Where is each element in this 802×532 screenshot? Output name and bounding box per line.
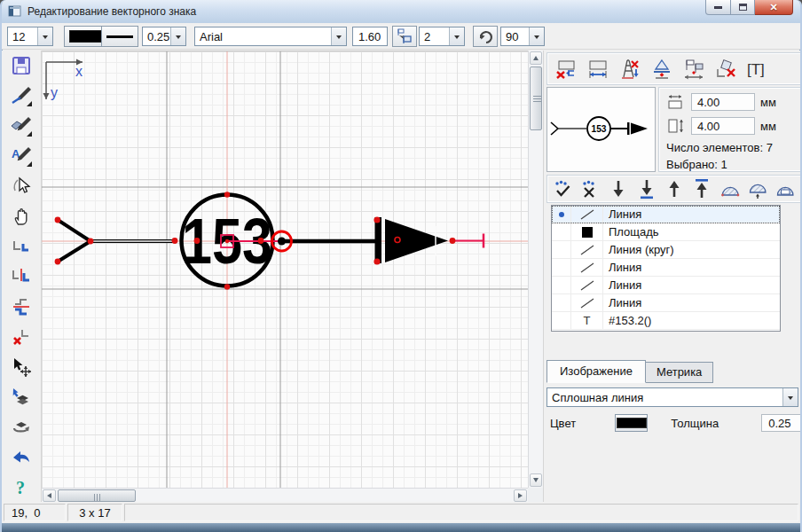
horizontal-scrollbar[interactable] <box>42 488 528 503</box>
rotate-object-button[interactable] <box>9 416 34 439</box>
dome-inset-button[interactable] <box>774 176 798 201</box>
deselect-all-icon <box>580 178 602 200</box>
svg-text:[T]: [T] <box>747 61 765 78</box>
save-button[interactable] <box>9 54 34 77</box>
list-item[interactable]: Линия <box>552 277 780 294</box>
list-item[interactable]: Линия <box>552 294 780 312</box>
text-height-field[interactable]: 1.60 <box>352 27 388 46</box>
draw-text-button[interactable]: A <box>9 145 34 168</box>
vertical-scroll-thumb[interactable] <box>530 66 542 130</box>
select-cursor-icon <box>11 176 32 197</box>
panel-tabs: Изображение Метрика <box>546 360 713 383</box>
insert-object-button[interactable] <box>9 386 34 409</box>
thumb-grip <box>97 494 98 501</box>
delete-width-button[interactable] <box>553 57 579 82</box>
arrow-bottom-icon <box>636 178 657 200</box>
scroll-right-button[interactable] <box>514 489 527 502</box>
line-style-value: Сплошная линия <box>547 391 782 404</box>
area-icon <box>582 227 593 238</box>
scroll-up-button[interactable] <box>530 51 542 65</box>
flags-icon <box>682 58 705 81</box>
sign-tools-group: [T] <box>546 52 802 85</box>
vertical-scrollbar[interactable] <box>528 51 543 488</box>
minimize-button[interactable] <box>705 0 731 15</box>
set-width-button[interactable] <box>585 57 611 82</box>
maximize-button[interactable] <box>731 0 755 15</box>
list-item[interactable]: Линия (круг) <box>552 241 780 259</box>
node-count-combo[interactable]: 2 <box>419 27 465 46</box>
list-item[interactable]: Площадь <box>552 223 780 241</box>
list-item-label: Линия <box>603 294 780 311</box>
chevron-down-icon <box>788 396 793 403</box>
node-count-drop[interactable] <box>449 27 464 45</box>
help-button[interactable]: ? <box>9 476 34 499</box>
chevron-down-icon <box>176 35 181 42</box>
text-height-value: 1.60 <box>358 30 381 43</box>
move-flags-button[interactable] <box>680 57 707 82</box>
list-item[interactable]: T #153.2() <box>552 312 780 330</box>
tab-image[interactable]: Изображение <box>546 360 646 383</box>
select-all-button[interactable] <box>551 176 575 201</box>
font-family-combo[interactable]: Arial <box>194 27 347 46</box>
scale-tool-button[interactable] <box>392 26 417 47</box>
angle-combo[interactable]: 90 <box>500 27 545 46</box>
mirror-button[interactable] <box>9 295 34 318</box>
drawing-canvas[interactable]: x y 153 <box>42 51 528 488</box>
select-all-icon <box>553 178 574 200</box>
delete-tower-button[interactable] <box>617 57 643 82</box>
selected-count-label: Выбрано: 1 <box>666 158 796 171</box>
draw-line-button[interactable] <box>9 84 34 107</box>
line-width-combo[interactable]: 0.25 <box>142 27 186 46</box>
line-style-combo[interactable]: Сплошная линия <box>546 387 798 407</box>
thickness-value: 0.25 <box>768 417 790 430</box>
color-label: Цвет <box>550 417 576 430</box>
horizontal-scroll-thumb[interactable] <box>58 489 136 502</box>
scroll-down-button[interactable] <box>530 473 542 487</box>
height-field[interactable]: 4.00 <box>691 117 755 135</box>
select-element-button[interactable] <box>9 175 34 198</box>
axis-x-label: x <box>75 64 83 79</box>
list-item[interactable]: Линия <box>552 206 780 223</box>
element-list[interactable]: Линия Площадь Линия (круг) Линия Линия <box>551 205 781 332</box>
tab-metric[interactable]: Метрика <box>646 362 713 383</box>
corner-node-button[interactable] <box>9 235 34 258</box>
text-mode-button[interactable]: [T] <box>744 57 774 82</box>
pan-button[interactable] <box>9 205 34 228</box>
window-controls: ✕ <box>705 0 793 15</box>
move-bottom-button[interactable] <box>634 176 658 201</box>
rotate-object-icon <box>11 417 32 438</box>
line-color-button[interactable] <box>615 414 648 432</box>
font-size-drop[interactable] <box>37 27 52 45</box>
line-style-button[interactable] <box>101 26 138 47</box>
list-item[interactable]: Линия <box>552 259 780 277</box>
move-down-button[interactable] <box>607 176 631 201</box>
line-width-value: 0.25 <box>143 30 170 43</box>
thickness-field[interactable]: 0.25 <box>761 414 802 432</box>
dome-fill-button[interactable] <box>718 176 742 201</box>
angle-drop[interactable] <box>529 27 544 45</box>
close-button[interactable]: ✕ <box>755 0 793 15</box>
move-node-button[interactable] <box>9 356 34 379</box>
rotate-tool-button[interactable] <box>473 26 498 47</box>
undo-button[interactable] <box>9 446 34 469</box>
width-field[interactable]: 4.00 <box>691 93 755 111</box>
move-up-button[interactable] <box>662 176 686 201</box>
split-node-button[interactable] <box>9 265 34 288</box>
line-style-drop[interactable] <box>782 388 798 406</box>
draw-area-button[interactable] <box>9 114 34 137</box>
line-width-drop[interactable] <box>170 27 185 45</box>
arrow-left-icon <box>44 493 51 498</box>
anchor-point-button[interactable] <box>649 57 675 82</box>
delete-node-button[interactable] <box>9 325 34 348</box>
deselect-all-button[interactable] <box>578 176 602 201</box>
close-icon: ✕ <box>769 2 777 13</box>
minimize-icon <box>714 6 722 9</box>
scroll-left-button[interactable] <box>43 489 56 502</box>
element-list-toolbar <box>546 175 802 203</box>
reset-rotation-button[interactable] <box>712 57 739 82</box>
title-bar[interactable]: Редактирование векторного знака ✕ <box>2 0 800 23</box>
dome-raise-button[interactable] <box>745 176 769 201</box>
font-size-combo[interactable]: 12 <box>7 27 53 46</box>
font-family-drop[interactable] <box>331 27 346 45</box>
move-top-button[interactable] <box>690 176 714 201</box>
